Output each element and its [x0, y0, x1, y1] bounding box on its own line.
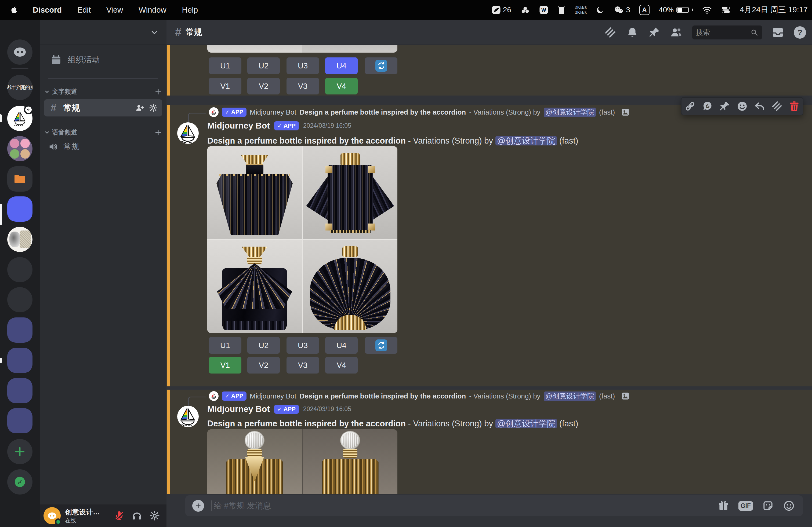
- inbox-icon[interactable]: [772, 26, 784, 39]
- mention-pill[interactable]: @创意设计学院: [495, 419, 557, 428]
- threads-icon[interactable]: [604, 26, 617, 39]
- input-source-badge[interactable]: A: [639, 5, 650, 15]
- button-u3[interactable]: U3: [287, 57, 319, 74]
- section-voice-channels[interactable]: 语音频道: [44, 128, 162, 137]
- wechat-icon[interactable]: 3: [613, 5, 630, 15]
- message-composer[interactable]: 给 #常规 发消息 GIF: [185, 495, 803, 516]
- author-name[interactable]: Midjourney Bot: [207, 121, 270, 131]
- art-faces-server-button[interactable]: [7, 227, 32, 252]
- reply-reference[interactable]: ✓APP Midjourney Bot Design a perfume bot…: [209, 107, 630, 117]
- mic-muted-icon[interactable]: [114, 510, 125, 521]
- member-list-icon[interactable]: [670, 26, 683, 39]
- generated-image-grid[interactable]: [207, 146, 397, 333]
- copy-link-icon[interactable]: [684, 100, 696, 112]
- user-avatar[interactable]: [44, 507, 61, 524]
- server-button-empty-2[interactable]: [7, 287, 32, 312]
- button-u1[interactable]: U1: [209, 57, 242, 74]
- grid-image-left[interactable]: [207, 429, 302, 494]
- button-v3[interactable]: V3: [287, 78, 319, 94]
- pin-icon[interactable]: [719, 100, 731, 112]
- status-app-badge[interactable]: 26: [492, 5, 511, 15]
- search-box[interactable]: 搜索: [692, 26, 762, 40]
- menu-view[interactable]: View: [106, 6, 123, 15]
- settings-gear-icon[interactable]: [149, 510, 160, 521]
- reply-icon[interactable]: [754, 100, 766, 112]
- server-button-navy-4[interactable]: [7, 408, 32, 433]
- button-u2[interactable]: U2: [247, 57, 280, 74]
- button-v4[interactable]: V4: [325, 357, 358, 374]
- button-v1[interactable]: V1: [209, 78, 242, 94]
- button-v3[interactable]: V3: [287, 357, 319, 374]
- attach-plus-icon[interactable]: [192, 500, 204, 512]
- sidebar-voice-channel[interactable]: 常规: [48, 141, 79, 152]
- mention-pill[interactable]: @创意设计学院: [544, 108, 596, 117]
- author-name[interactable]: Midjourney Bot: [207, 404, 270, 414]
- grid-image-q1[interactable]: [207, 146, 302, 239]
- status-cat-icon[interactable]: [557, 5, 566, 15]
- server-button-empty-1[interactable]: [7, 257, 32, 282]
- menu-bar-datetime[interactable]: 4月24日 周三 19:17: [740, 4, 808, 15]
- message-1-image-bottom[interactable]: [207, 45, 397, 52]
- button-v1-active[interactable]: V1: [209, 357, 242, 374]
- generated-image-grid[interactable]: [207, 429, 397, 494]
- focus-moon-icon[interactable]: [596, 6, 605, 14]
- button-u4[interactable]: U4: [325, 337, 358, 353]
- status-cluster-icon[interactable]: [520, 5, 530, 15]
- quote-icon[interactable]: [702, 100, 713, 112]
- mention-pill[interactable]: @创意设计学院: [495, 136, 557, 146]
- message-avatar[interactable]: [177, 122, 199, 144]
- grid-image-q3[interactable]: [207, 240, 302, 333]
- menu-edit[interactable]: Edit: [77, 6, 91, 15]
- pinned-messages-icon[interactable]: [648, 26, 661, 39]
- button-u2[interactable]: U2: [247, 337, 280, 353]
- reply-reference[interactable]: ✓APP Midjourney Bot Design a perfume bot…: [209, 391, 630, 401]
- channel-settings-gear-icon[interactable]: [149, 103, 158, 112]
- control-center-icon[interactable]: [721, 6, 731, 14]
- composer-placeholder[interactable]: 给 #常规 发消息: [214, 500, 717, 511]
- dm-avatar[interactable]: 设计学院的朋: [7, 75, 32, 100]
- button-rerun[interactable]: [365, 337, 397, 353]
- sticker-picker-icon[interactable]: [762, 500, 774, 512]
- button-v2[interactable]: V2: [247, 78, 280, 94]
- gif-picker-button[interactable]: GIF: [738, 501, 753, 511]
- server-button-navy-3[interactable]: [7, 378, 32, 403]
- message-avatar[interactable]: [177, 406, 199, 427]
- grid-image-right[interactable]: [303, 429, 397, 494]
- explore-servers-button[interactable]: [7, 469, 32, 495]
- discord-home-button[interactable]: [7, 40, 32, 65]
- mention-pill[interactable]: @创意设计学院: [544, 391, 596, 401]
- midjourney-server-button[interactable]: [7, 106, 32, 131]
- button-u4-active[interactable]: U4: [325, 57, 358, 74]
- group-dm-avatar[interactable]: [7, 136, 32, 161]
- button-u1[interactable]: U1: [209, 337, 242, 353]
- status-w-app-icon[interactable]: W: [539, 5, 548, 15]
- add-server-button[interactable]: [7, 439, 32, 464]
- sidebar-item-events[interactable]: 组织活动: [50, 54, 100, 65]
- headphones-icon[interactable]: [132, 510, 142, 521]
- add-channel-icon[interactable]: [154, 88, 162, 96]
- add-channel-icon[interactable]: [154, 129, 162, 137]
- section-text-channels[interactable]: 文字频道: [44, 88, 162, 96]
- wifi-icon[interactable]: [702, 6, 712, 14]
- create-thread-icon[interactable]: [771, 100, 783, 112]
- menu-help[interactable]: Help: [182, 6, 198, 15]
- server-button-navy-1[interactable]: [7, 317, 32, 343]
- button-rerun[interactable]: [365, 57, 397, 74]
- add-reaction-icon[interactable]: [736, 100, 748, 112]
- sidebar-channel-changgui[interactable]: # 常规: [44, 99, 162, 117]
- menu-app-name[interactable]: Discord: [33, 6, 62, 15]
- button-v2[interactable]: V2: [247, 357, 280, 374]
- server-header[interactable]: [40, 20, 166, 45]
- battery-indicator[interactable]: 40%: [659, 6, 693, 14]
- button-v4-active[interactable]: V4: [325, 78, 358, 94]
- help-icon[interactable]: ?: [794, 26, 806, 39]
- grid-image-q4[interactable]: [303, 240, 397, 333]
- gift-icon[interactable]: [717, 500, 729, 512]
- emoji-picker-icon[interactable]: [783, 500, 795, 512]
- selected-server-button[interactable]: [7, 196, 32, 222]
- server-folder[interactable]: [7, 166, 32, 192]
- grid-image-q2[interactable]: [303, 146, 397, 239]
- delete-message-icon[interactable]: [788, 100, 800, 112]
- menu-window[interactable]: Window: [139, 6, 166, 15]
- server-button-navy-2[interactable]: [7, 348, 32, 373]
